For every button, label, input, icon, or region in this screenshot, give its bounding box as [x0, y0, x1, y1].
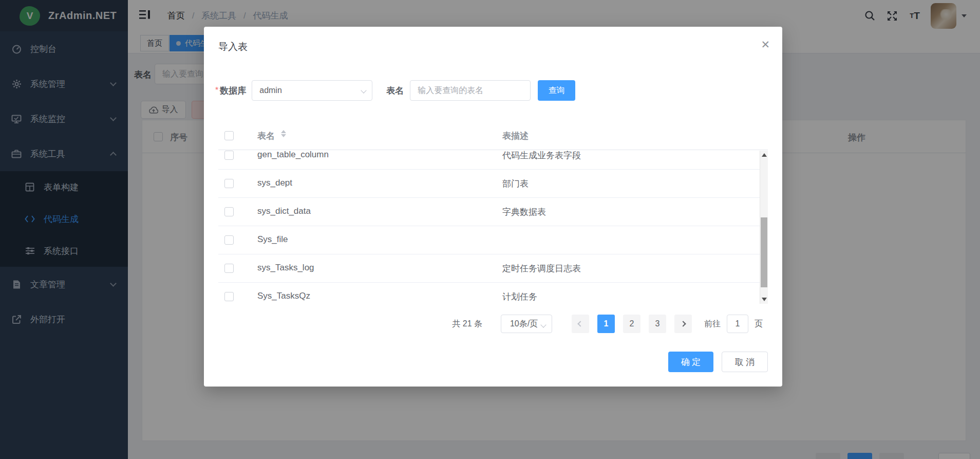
- chevron-right-icon: [680, 321, 686, 326]
- chevron-left-icon: [577, 321, 583, 326]
- dialog-table-body: gen_table_column 代码生成业务表字段 sys_dept 部门表 …: [218, 151, 768, 304]
- row-checkbox[interactable]: [224, 235, 234, 245]
- table-row[interactable]: sys_Tasks_log 定时任务调度日志表: [218, 254, 768, 283]
- table-row[interactable]: sys_dept 部门表: [218, 170, 768, 198]
- scrollbar-thumb[interactable]: [761, 217, 767, 287]
- page-size-select[interactable]: 10条/页: [501, 315, 552, 333]
- dialog-table-header: 表名 表描述: [218, 122, 768, 150]
- pagination-goto-unit: 页: [755, 319, 763, 329]
- scroll-up-arrow-icon[interactable]: [762, 153, 767, 157]
- pagination-goto-input[interactable]: [727, 315, 748, 333]
- dialog-query-form: * 数据库 admin 表名 查询: [215, 80, 575, 101]
- row-table-name: sys_dict_data: [257, 206, 311, 216]
- cancel-button[interactable]: 取 消: [722, 352, 768, 372]
- row-table-name: Sys_TasksQz: [257, 291, 310, 301]
- pagination-page-1[interactable]: 1: [597, 315, 615, 333]
- modal-table-name-input[interactable]: [410, 80, 531, 101]
- chevron-down-icon: [361, 87, 367, 93]
- scroll-down-arrow-icon[interactable]: [762, 298, 767, 301]
- column-header-name: 表名: [257, 130, 275, 142]
- table-row[interactable]: sys_dict_data 字典数据表: [218, 198, 768, 226]
- row-table-desc: 字典数据表: [502, 206, 546, 218]
- select-all-checkbox[interactable]: [224, 131, 234, 140]
- close-icon[interactable]: ✕: [761, 39, 770, 50]
- row-table-desc: 定时任务调度日志表: [502, 263, 581, 274]
- pagination-page-3[interactable]: 3: [649, 315, 666, 333]
- query-button[interactable]: 查询: [538, 80, 575, 101]
- page-size-value: 10条/页: [510, 319, 538, 329]
- dialog-footer: 确 定 取 消: [668, 352, 768, 372]
- modal-table-name-label: 表名: [386, 85, 404, 97]
- row-checkbox[interactable]: [224, 151, 234, 160]
- row-table-name: Sys_file: [257, 234, 288, 245]
- chevron-down-icon: [540, 322, 546, 327]
- pagination-goto-label: 前往: [704, 319, 721, 329]
- row-table-desc: 代码生成业务表字段: [502, 151, 581, 161]
- dialog-title: 导入表: [218, 40, 248, 53]
- dialog-pagination: 共 21 条 10条/页 1 2 3 前往 页: [452, 315, 763, 333]
- row-table-name: sys_dept: [257, 178, 292, 188]
- row-checkbox[interactable]: [224, 207, 234, 216]
- row-table-desc: 部门表: [502, 178, 529, 190]
- row-checkbox[interactable]: [224, 179, 234, 188]
- table-scrollbar[interactable]: [760, 151, 768, 304]
- pagination-page-2[interactable]: 2: [623, 315, 640, 333]
- row-checkbox[interactable]: [224, 292, 234, 301]
- database-label: 数据库: [220, 85, 246, 97]
- database-select[interactable]: admin: [252, 80, 372, 101]
- row-table-name: gen_table_column: [257, 151, 329, 160]
- pagination-total: 共 21 条: [452, 319, 482, 329]
- table-row[interactable]: Sys_TasksQz 计划任务: [218, 283, 768, 304]
- table-row[interactable]: gen_table_column 代码生成业务表字段: [218, 151, 768, 170]
- pagination-prev-button[interactable]: [572, 315, 589, 333]
- pagination-next-button[interactable]: [674, 315, 692, 333]
- column-header-desc: 表描述: [502, 130, 529, 142]
- database-select-value: admin: [259, 86, 282, 95]
- sort-caret-icon[interactable]: [281, 129, 286, 138]
- row-table-desc: 计划任务: [502, 291, 537, 303]
- row-table-name: sys_Tasks_log: [257, 263, 314, 273]
- table-row[interactable]: Sys_file: [218, 226, 768, 254]
- row-checkbox[interactable]: [224, 264, 234, 273]
- confirm-button[interactable]: 确 定: [668, 352, 713, 372]
- required-asterisk: *: [215, 86, 218, 95]
- import-table-dialog: 导入表 ✕ * 数据库 admin 表名 查询 表名 表描述 gen_table…: [204, 27, 782, 387]
